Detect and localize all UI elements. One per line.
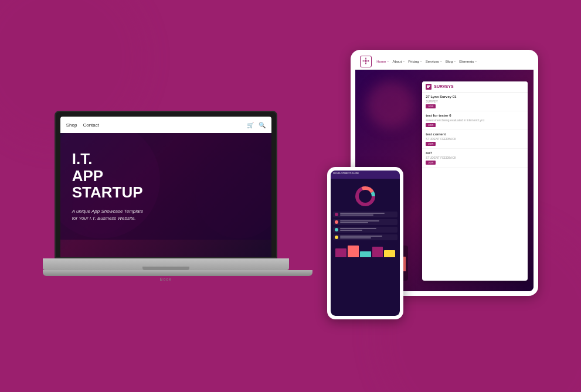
survey-item-4: no? STUDENT FEEDBACK JOIN [422,149,528,168]
svg-point-2 [368,60,369,62]
survey-3-btn[interactable]: JOIN [426,142,436,146]
tablet-phone-wrapper: Home ~ About ~ Pricing ~ Services ~ Blog… [327,50,538,343]
tablet-navbar: Home ~ About ~ Pricing ~ Services ~ Blog… [355,54,534,70]
laptop-bezel: Shop Contact 🛒 🔍 [55,111,277,258]
survey-2-subtitle: assessment being evaluated in Element Ly… [426,118,524,122]
survey-3-subtitle: STUDENT FEEDBACK [426,137,524,141]
laptop-navbar: Shop Contact 🛒 🔍 [60,117,271,133]
surveys-title: SURVEYS [434,84,453,88]
phone-dot-4 [335,236,338,239]
tablet-container: Home ~ About ~ Pricing ~ Services ~ Blog… [327,50,538,331]
survey-4-title: no? [426,151,524,155]
phone-line-2a [340,220,379,221]
search-icon[interactable]: 🔍 [259,122,266,128]
tablet-nav-about[interactable]: About ~ [392,60,405,63]
phone-line-1b [340,214,373,216]
laptop-bottom-bar [43,270,312,276]
phone-bar-5 [384,250,395,257]
laptop-device: Shop Contact 🛒 🔍 [43,111,289,281]
cart-icon[interactable]: 🛒 [247,122,254,128]
hero-subtitle: A unique App Showcase Template for Your … [72,208,260,222]
phone-bar-3 [360,251,371,257]
tablet-nav-links: Home ~ About ~ Pricing ~ Services ~ Blog… [376,60,477,63]
tablet-nav-blog[interactable]: Blog ~ [446,60,456,63]
hero-title: I.T. APP STARTUP [72,151,260,201]
laptop-nav-right: 🛒 🔍 [247,122,266,128]
tablet-nav-services[interactable]: Services ~ [426,60,442,63]
survey-4-subtitle: STUDENT FEEDBACK [426,156,524,159]
phone-bar-chart [333,243,397,257]
phone-line-4a [340,236,382,237]
phone-lines-4 [340,236,396,239]
survey-2-btn[interactable]: JOIN [426,123,436,127]
svg-rect-9 [427,85,430,86]
phone-item-3 [333,227,397,233]
logo-svg [362,57,369,64]
phone-line-3a [340,228,376,229]
tablet-glow [367,81,414,128]
hero-content: I.T. APP STARTUP A unique App Showcase T… [72,151,260,222]
survey-item-2: test for tester 6 assessment being evalu… [422,111,528,130]
phone-dot-2 [335,220,338,224]
tablet-nav-elements[interactable]: Elements ~ [459,60,477,63]
phone-bar-2 [348,246,359,257]
laptop-screen: Shop Contact 🛒 🔍 [60,117,271,257]
hero-title-line2: APP [72,168,260,185]
svg-point-0 [365,60,367,62]
hero-subtitle-line1: A unique App Showcase Template [72,208,260,215]
survey-1-title: 27 Lynx Survey 01 [426,95,524,98]
surveys-svg-icon [426,84,431,89]
svg-rect-11 [427,87,429,88]
svg-point-4 [365,63,366,64]
phone-item-2 [333,219,397,225]
survey-item-1: 27 Lynx Survey 01 SURVEY JOIN [422,93,528,111]
surveys-header: SURVEYS [422,81,528,93]
svg-rect-10 [427,86,430,87]
phone-donut-chart [354,185,377,208]
tablet-surveys-panel: SURVEYS 27 Lynx Survey 01 SURVEY JOIN te… [422,81,528,281]
tablet-nav-pricing[interactable]: Pricing ~ [408,60,422,63]
phone-device: DEVELOPMENT GUIDE [327,167,403,319]
hero-title-line1: I.T. [72,151,260,168]
phone-line-4b [340,237,371,238]
tablet-logo [360,56,372,67]
svg-point-1 [365,58,366,59]
svg-point-3 [363,60,364,62]
phone-item-4 [333,234,397,240]
phone-donut-area [333,185,397,208]
phone-screen: DEVELOPMENT GUIDE [331,171,400,316]
phone-lines-3 [340,228,396,231]
survey-1-subtitle: SURVEY [426,100,524,103]
phone-dot-3 [335,228,338,231]
laptop-nav-contact[interactable]: Contact [83,122,99,128]
phone-dot-1 [335,213,338,216]
hero-title-line3: STARTUP [72,184,260,201]
laptop-base [43,258,289,270]
phone-topbar: DEVELOPMENT GUIDE [331,171,400,179]
logo-icon [362,57,369,66]
laptop-mockup: Shop Contact 🛒 🔍 [43,111,289,281]
phone-bar-1 [335,248,346,257]
phone-line-1a [340,213,385,214]
survey-1-btn[interactable]: JOIN [426,104,436,108]
phone-topbar-text: DEVELOPMENT GUIDE [333,172,359,175]
survey-2-title: test for tester 6 [426,114,524,117]
phone-lines-1 [340,213,396,216]
laptop-nav-shop[interactable]: Shop [66,122,77,128]
phone-bar-4 [372,247,383,257]
phone-line-2b [340,222,368,223]
main-scene: Shop Contact 🛒 🔍 [0,0,581,392]
laptop-brand-label: Book [43,277,289,281]
phone-lines-2 [340,220,396,224]
phone-content [331,179,400,260]
laptop-nav-left: Shop Contact [66,122,99,128]
survey-item-3: test content STUDENT FEEDBACK JOIN [422,130,528,149]
phone-item-1 [333,212,397,217]
survey-4-btn[interactable]: JOIN [426,161,436,165]
laptop-hero: I.T. APP STARTUP A unique App Showcase T… [60,133,271,240]
tablet-nav-home[interactable]: Home ~ [376,60,389,63]
surveys-icon [426,84,431,90]
hero-subtitle-line2: for Your I.T. Business Website. [72,215,260,222]
phone-line-3b [340,230,362,231]
survey-3-title: test content [426,132,524,136]
